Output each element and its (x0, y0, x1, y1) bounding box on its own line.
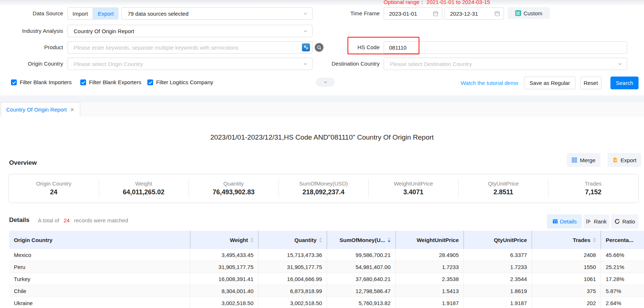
merge-button[interactable]: Merge (567, 153, 600, 167)
table-cell: 54,981,407.00 (327, 261, 396, 273)
details-heading: Details (9, 217, 30, 224)
table-cell: 5,760,913.82 (327, 297, 396, 308)
export-button-label: Export (621, 157, 636, 163)
table-cell: 6.3377 (464, 249, 532, 261)
collapse-toggle[interactable] (316, 78, 335, 87)
column-header-2[interactable]: Quantity (259, 231, 327, 249)
checkbox-label: Filter Logitics Company (156, 79, 213, 85)
chevron-down-icon (303, 62, 308, 66)
table-cell: 2.3544 (464, 273, 532, 285)
sort-icon[interactable] (593, 238, 596, 242)
tab-country-of-origin-report[interactable]: Country Of Origin Report ✕ (1, 102, 80, 117)
chevron-down-icon (618, 62, 622, 66)
chevron-down-icon (303, 29, 308, 34)
table-cell: 3,002,518.50 (259, 297, 327, 308)
section-divider (0, 95, 644, 102)
stat-value: 7,152 (548, 188, 638, 196)
table-cell: 2.64% (601, 297, 644, 308)
merge-button-label: Merge (580, 157, 595, 163)
table-cell: 1061 (532, 273, 601, 285)
table-cell: Turkey (9, 273, 190, 285)
data-sources-select[interactable]: 79 data sources selected (121, 7, 313, 20)
tab-label: Country Of Origin Report (6, 106, 67, 113)
overview-stat-5: QtyUnitPrice2.8511 (458, 174, 548, 203)
column-header-1[interactable]: Weight (190, 231, 259, 249)
date-start-input[interactable]: 2023-01-01 (384, 7, 442, 20)
table-row-peru[interactable]: Peru31,905,177.7531,905,177.7554,981,407… (9, 261, 644, 273)
table-cell: 5.87% (601, 285, 644, 297)
column-header-0: Origin Country (9, 231, 190, 249)
checkbox-label: Filter Blank Importers (20, 79, 72, 85)
save-as-regular-button[interactable]: Save as Regular (524, 77, 575, 89)
product-input[interactable]: Please enter keywords, separate multiple… (67, 41, 313, 54)
overview-card: Origin Country24Weight64,011,265.02Quant… (8, 174, 639, 203)
table-cell: 12,798,586.47 (327, 285, 396, 297)
reset-button[interactable]: Reset (580, 77, 601, 89)
date-end-input[interactable]: 2023-12-31 (445, 7, 504, 20)
hs-code-input[interactable]: 081110 (384, 41, 627, 54)
total-count: 24 (63, 217, 70, 223)
table-row-ukraine[interactable]: Ukraine3,002,518.503,002,518.505,760,913… (9, 297, 644, 308)
checkbox-label: Filter Blank Exporters (89, 79, 141, 85)
column-header-3[interactable]: SumOfMoney(U... (327, 231, 396, 249)
view-rank-button[interactable]: Rank (583, 214, 609, 229)
translate-icon[interactable] (302, 43, 310, 51)
table-row-chile[interactable]: Chile8,304,001.406,873,818.9912,798,586.… (9, 285, 644, 297)
stat-label: WeightUnitPrice (368, 180, 458, 187)
sort-icon[interactable] (388, 238, 391, 242)
import-toggle[interactable]: Import (67, 7, 93, 20)
view-details-button[interactable]: Details (547, 214, 582, 229)
export-toggle-label: Export (98, 11, 113, 17)
chevron-down-icon (303, 11, 308, 16)
product-label: Product (0, 44, 63, 51)
checkbox-checked-icon (147, 79, 153, 85)
table-cell: Ukraine (9, 297, 190, 308)
stat-label: Weight (99, 180, 189, 187)
table-cell: 1.7233 (464, 261, 532, 273)
destination-country-select[interactable]: Please select Destination Country (384, 58, 627, 70)
tutorial-link[interactable]: Watch the tutorial demo (430, 80, 518, 86)
export-icon (612, 157, 618, 163)
sort-icon[interactable] (319, 238, 322, 242)
custom-button-label: Custom (524, 10, 543, 16)
search-button[interactable]: Search (610, 77, 639, 89)
origin-country-label: Origin Country (0, 60, 63, 67)
column-header-7: Percenta... (601, 231, 644, 249)
table-cell: 202 (532, 297, 601, 308)
stat-label: Origin Country (9, 180, 99, 187)
sort-icon[interactable] (251, 238, 253, 242)
overview-stat-1: Weight64,011,265.02 (99, 174, 189, 203)
stat-label: Trades (548, 180, 638, 187)
custom-button[interactable]: Custom (508, 7, 550, 19)
table-row-mexico[interactable]: Mexico3,495,433.4515,713,473.3699,586,70… (9, 249, 644, 261)
filter-checkbox-2[interactable]: Filter Logitics Company (147, 79, 213, 85)
industry-analysis-select[interactable]: Country Of Origin Report (67, 25, 313, 37)
tab-strip: Country Of Origin Report ✕ (0, 102, 644, 117)
view-ratio-button[interactable]: Ratio (611, 214, 639, 229)
time-frame-label: Time Frame (307, 10, 380, 17)
data-source-label: Data Source (0, 10, 63, 17)
stat-value: 218,092,237.4 (279, 188, 369, 196)
filter-checkbox-0[interactable]: Filter Blank Importers (11, 79, 72, 85)
table-cell: 45.66% (601, 249, 644, 261)
search-button-label: Search (616, 80, 633, 86)
stat-value: 24 (9, 188, 99, 196)
table-cell: Peru (9, 261, 190, 273)
stat-value: 76,493,902.83 (189, 188, 279, 196)
table-cell: 1550 (532, 261, 601, 273)
export-button[interactable]: Export (608, 153, 641, 167)
overview-stat-0: Origin Country24 (9, 174, 99, 203)
merge-icon (571, 157, 577, 163)
export-toggle[interactable]: Export (93, 7, 119, 20)
close-icon[interactable]: ✕ (70, 107, 74, 112)
table-cell: 31,905,177.75 (190, 261, 259, 273)
stat-label: Quantity (189, 180, 279, 187)
details-icon (552, 219, 558, 224)
origin-country-select[interactable]: Please select Origin Country (67, 58, 313, 70)
filter-checkbox-1[interactable]: Filter Blank Exporters (80, 79, 141, 85)
checkbox-checked-icon (80, 79, 86, 85)
overview-stat-6: Trades7,152 (548, 174, 638, 203)
table-row-turkey[interactable]: Turkey16,008,391.4116,004,666.9937,680,6… (9, 273, 644, 285)
column-header-6[interactable]: Trades (532, 231, 601, 249)
image-search-icon[interactable] (315, 43, 323, 52)
